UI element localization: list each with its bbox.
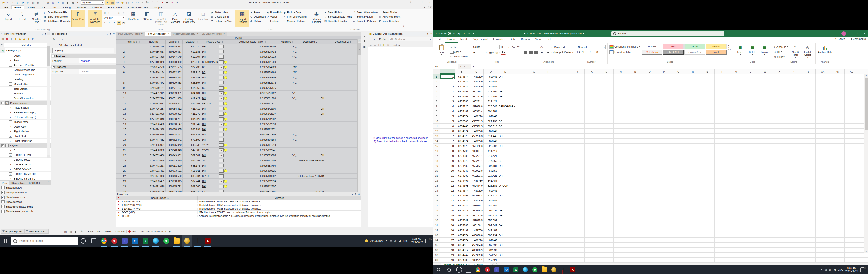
currency-icon[interactable]: $ ▾ <box>577 50 580 54</box>
column-header[interactable]: K <box>585 69 599 74</box>
cell-d[interactable]: 620.42 <box>484 188 498 193</box>
cell-point-id[interactable]: 2 <box>122 49 145 54</box>
ribbon-button[interactable]: ▤Select by Elevation <box>324 20 352 23</box>
cell-easting[interactable]: 459748.840 <box>165 147 183 152</box>
ribbon-button[interactable]: ◍Google Earth <box>211 15 232 18</box>
checkbox[interactable] <box>9 125 12 128</box>
cell-d[interactable]: 617.421 <box>484 173 498 178</box>
feature-code-link[interactable]: DH <box>202 169 206 172</box>
cell-description1[interactable] <box>298 91 325 96</box>
flagged-object[interactable]: 1-106221169 (V406) <box>121 204 197 206</box>
cell-d[interactable]: 604.227 <box>484 213 498 218</box>
cell-northing[interactable]: 6274674.218 <box>145 44 165 49</box>
cell-northing[interactable]: 6274455.904 <box>145 142 165 147</box>
comments-button[interactable]: Comments <box>848 37 866 40</box>
cell-b[interactable]: 6274674 <box>455 198 469 203</box>
cell-elevation[interactable]: 511.445 <box>183 75 201 80</box>
document-title[interactable]: BCH2116 UTM 9 shifted to BCH control poi… <box>524 32 584 35</box>
format-painter-button[interactable]: ✎Format Painter <box>450 54 468 59</box>
cell-attributes[interactable]: "N",, <box>277 75 298 80</box>
checkbox[interactable] <box>9 115 12 119</box>
row-header[interactable]: 20 <box>433 168 440 173</box>
zoom-tool-icon[interactable]: ◌ <box>122 11 126 15</box>
column-header[interactable]: A <box>440 69 455 74</box>
empty-cells[interactable] <box>513 238 868 242</box>
filter-tree-item[interactable]: − Point <box>0 58 51 63</box>
tasks-menu[interactable]: Tasks ▾ <box>392 44 400 46</box>
filter-tree-item[interactable]: − Scan Observation <box>0 96 51 101</box>
cell-csf[interactable]: 0.9995384726 <box>228 65 277 70</box>
table-row[interactable]: 16 6274686.490 460100.147 591.842 DH … 0… <box>116 122 361 127</box>
italic-button[interactable]: I <box>478 50 482 55</box>
column-header-flagged-objects[interactable]: Flagged Objects△ <box>121 196 197 200</box>
cell-elevation[interactable]: 568.911 <box>183 168 201 173</box>
cell-e[interactable] <box>498 203 513 208</box>
checkbox[interactable] <box>9 153 12 157</box>
table-row[interactable]: 4 6274119.828 459658.829 525.048 BENCHMA… <box>116 60 361 65</box>
filter-tree-item[interactable]: − Flight Mission <box>0 129 51 134</box>
cell-c[interactable]: 460333.4 <box>469 109 484 113</box>
ribbon-button[interactable]: +Points <box>250 11 266 14</box>
feature-code-link[interactable]: BENCHMARK <box>202 61 218 63</box>
cell-c[interactable]: 460220 <box>469 238 484 242</box>
option-row[interactable]: Show feature code <box>0 195 51 199</box>
scrollbar[interactable]: ▲ ▼ <box>47 32 50 158</box>
cell-e[interactable]: DH <box>498 193 513 198</box>
cell-csf[interactable]: 0.9995282308 <box>228 158 277 163</box>
cell-easting[interactable]: 459973.601 <box>165 168 183 173</box>
qat-icon[interactable]: ↻ <box>11 0 16 5</box>
attributes-ellipsis-button[interactable]: … <box>219 143 223 147</box>
toolbar-icon[interactable]: ◆ <box>14 37 18 41</box>
copy-icon[interactable]: ▢ <box>378 43 381 47</box>
column-header-northing[interactable]: Northing <box>145 40 165 44</box>
cells-button[interactable]: ▦Delete▾ <box>747 44 758 56</box>
cell-d[interactable]: 620.42 <box>484 84 498 89</box>
checkbox[interactable] <box>9 73 12 76</box>
cell-description1[interactable] <box>298 44 325 49</box>
cell-northing[interactable]: 6274753.858 <box>145 158 165 163</box>
cell-e[interactable]: BC <box>498 159 513 163</box>
cell-c[interactable]: 459974.8 <box>469 243 484 247</box>
taskbar-app[interactable] <box>483 266 492 274</box>
column-header[interactable]: H <box>541 69 556 74</box>
dock-icon[interactable]: ▯ <box>363 33 366 37</box>
column-header-feature-code[interactable]: Feature Code <box>201 40 228 44</box>
feature-code-link[interactable]: DH <box>202 164 206 167</box>
ribbon-button[interactable]: ◪Cutting Plane View <box>182 10 196 27</box>
editing-button[interactable]: ◎Find & Select▾ <box>802 44 814 59</box>
row-header[interactable]: 2 <box>433 79 440 84</box>
filter-icon[interactable] <box>318 41 320 43</box>
taskbar-app[interactable] <box>530 266 539 274</box>
name-box[interactable]: A1 <box>433 64 458 69</box>
row-header[interactable]: 25 <box>433 193 440 198</box>
cell-c[interactable]: 460078.8 <box>469 233 484 238</box>
row-selector[interactable] <box>116 49 122 54</box>
qat-icon[interactable]: % <box>145 0 150 5</box>
qat-icon[interactable]: ▣ <box>165 0 169 5</box>
cell-c[interactable]: 460143.8 <box>469 213 484 218</box>
cell-point-id[interactable]: 14 <box>122 111 145 116</box>
flag-row[interactable]: ⚑ 1-106221160 (V397) The tilt distance =… <box>116 200 361 203</box>
device-import-icon[interactable]: ▸ <box>369 43 373 47</box>
empty-cells[interactable] <box>513 114 868 118</box>
pin-icon[interactable]: 🖈 <box>354 193 356 195</box>
cell-csf[interactable]: 0.9995309821 <box>228 168 277 173</box>
qat-icon[interactable]: ▤ <box>26 0 31 5</box>
cell-elevation[interactable]: 620.420 <box>183 44 201 49</box>
feature-code-link[interactable]: SS <box>202 159 206 162</box>
cell-a[interactable]: 12 <box>440 183 455 188</box>
flag-row[interactable]: ⚑ 11 (S10) A change in orientation angle… <box>116 214 361 218</box>
cell-c[interactable]: 460220 <box>469 74 484 79</box>
row-header[interactable]: 1 <box>433 74 440 79</box>
cell-d[interactable]: 585.794 <box>484 233 498 238</box>
empty-cells[interactable] <box>513 188 868 193</box>
ribbon-tab[interactable]: File <box>435 36 444 43</box>
help-icon[interactable]: ? <box>424 5 425 8</box>
scroll-thumb[interactable] <box>865 78 868 130</box>
cell-d[interactable]: 539.916 <box>484 124 498 129</box>
cell-a[interactable]: 11 <box>440 173 455 178</box>
cell-c[interactable]: 460251.1 <box>469 99 484 104</box>
attributes-ellipsis-button[interactable]: … <box>219 102 223 105</box>
taskbar-app[interactable] <box>559 266 568 274</box>
cell-feature-code[interactable]: DH … <box>201 96 228 101</box>
